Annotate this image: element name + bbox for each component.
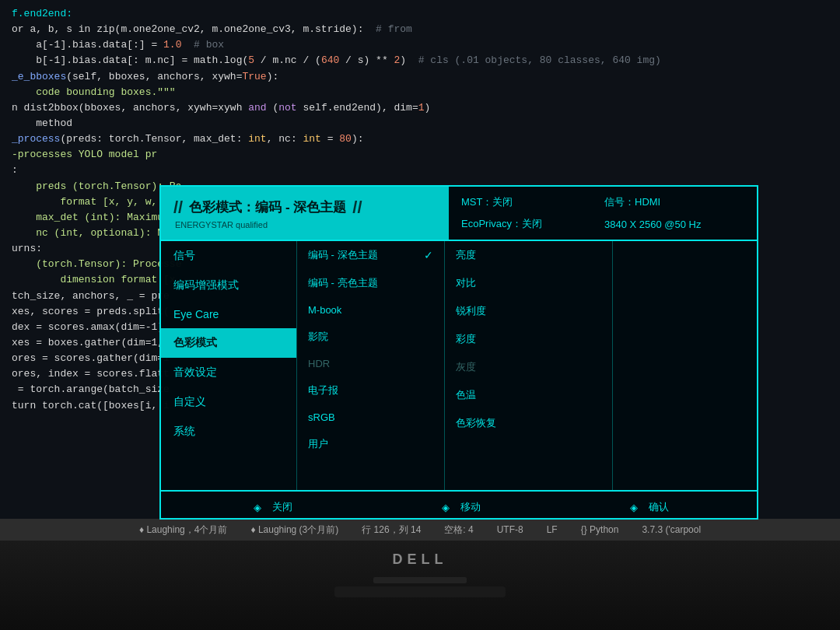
code-line: -processes YOLO model pr — [12, 147, 828, 163]
status-item-2: 行 126，列 14 — [362, 523, 421, 537]
code-line: _process(preds: torch.Tensor, max_det: i… — [12, 131, 828, 147]
osd-submenu-item-0[interactable]: 编码 - 深色主题✓ — [297, 241, 444, 269]
monitor-screen: f.end2end:or a, b, s in zip(m.one2one_cv… — [0, 0, 840, 541]
code-line: or a, b, s in zip(m.one2one_cv2, m.one2o… — [12, 22, 828, 37]
osd-menu-item-1[interactable]: 编码增强模式 — [161, 271, 296, 300]
osd-info-eco: EcoPrivacy：关闭 — [461, 215, 601, 233]
osd-info-resolution-label: 3840 X 2560 @50 Hz — [604, 219, 702, 230]
monitor-stand-top — [373, 577, 467, 583]
osd-extra-column — [613, 241, 757, 490]
osd-slash-left: // — [173, 198, 183, 218]
osd-slash-right: // — [352, 198, 362, 218]
status-item-7: 3.7.3 ('carpool — [642, 524, 701, 535]
osd-submenu-item-2[interactable]: M-book — [297, 297, 444, 323]
osd-menu-item-3[interactable]: 色彩模式 — [161, 328, 296, 358]
osd-footer-confirm-label: 确认 — [649, 500, 669, 514]
osd-submenu-label-2: M-book — [308, 304, 341, 316]
osd-submenu-label-7: 用户 — [308, 437, 328, 451]
osd-value-item-6: 色彩恢复 — [445, 409, 612, 437]
osd-submenu-item-3[interactable]: 影院 — [297, 323, 444, 351]
code-line: : — [12, 163, 828, 178]
osd-header-title: 色彩模式：编码 - 深色主题 — [189, 198, 346, 216]
osd-submenu-label-4: HDR — [308, 358, 330, 369]
osd-value-item-2: 锐利度 — [445, 297, 612, 325]
status-item-3: 空格: 4 — [444, 523, 473, 537]
nav-move-icon: ◈ — [437, 499, 454, 516]
osd-body: 信号编码增强模式Eye Care色彩模式音效设定自定义系统 编码 - 深色主题✓… — [161, 241, 757, 490]
status-item-5: LF — [547, 524, 558, 535]
osd-header-title-row: // 色彩模式：编码 - 深色主题 // — [173, 198, 436, 218]
osd-footer-close-label: 关闭 — [272, 500, 292, 514]
osd-value-item-0: 亮度 — [445, 241, 612, 269]
code-line: b[-1].bias.data[: m.nc] = math.log(5 / m… — [12, 53, 828, 68]
osd-value-item-4: 灰度 — [445, 353, 612, 381]
osd-submenu-item-7[interactable]: 用户 — [297, 430, 444, 458]
code-line: method — [12, 116, 828, 131]
nav-close-icon: ◈ — [249, 499, 266, 516]
osd-submenu-label-5: 电子报 — [308, 383, 338, 397]
osd-info-mst-label: MST：关闭 — [461, 195, 513, 209]
osd-check-icon: ✓ — [424, 249, 433, 261]
osd-menu-item-2[interactable]: Eye Care — [161, 300, 296, 328]
osd-header-left: // 色彩模式：编码 - 深色主题 // ENERGYSTAR qualifie… — [161, 187, 449, 240]
osd-submenu-item-4[interactable]: HDR — [297, 351, 444, 376]
osd-header: // 色彩模式：编码 - 深色主题 // ENERGYSTAR qualifie… — [161, 187, 757, 241]
osd-submenu-label-3: 影院 — [308, 330, 328, 344]
status-item-0: ♦ Laughing，4个月前 — [139, 523, 228, 537]
osd-submenu-label-6: sRGB — [308, 411, 335, 423]
osd-footer-move-label: 移动 — [460, 500, 481, 514]
status-item-1: ♦ Laughing (3个月前) — [250, 523, 338, 537]
osd-info-resolution: 3840 X 2560 @50 Hz — [604, 215, 744, 233]
osd-submenu-item-6[interactable]: sRGB — [297, 404, 444, 430]
osd-overlay: // 色彩模式：编码 - 深色主题 // ENERGYSTAR qualifie… — [159, 185, 758, 520]
code-line: code bounding boxes.""" — [12, 85, 828, 100]
nav-confirm-icon: ◈ — [625, 499, 642, 516]
osd-menu-item-4[interactable]: 音效设定 — [161, 358, 296, 387]
osd-footer: ◈ 关闭 ◈ 移动 ◈ 确认 — [161, 490, 757, 523]
osd-footer-confirm[interactable]: ◈ 确认 — [625, 499, 669, 516]
code-line: a[-1].bias.data[:] = 1.0 # box — [12, 37, 828, 53]
osd-value-item-5: 色温 — [445, 381, 612, 409]
osd-menu-item-6[interactable]: 系统 — [161, 417, 296, 446]
osd-menu-item-5[interactable]: 自定义 — [161, 387, 296, 417]
osd-value-item-3: 彩度 — [445, 325, 612, 353]
osd-submenu-label-1: 编码 - 亮色主题 — [308, 276, 378, 290]
osd-info-eco-label: EcoPrivacy：关闭 — [461, 217, 542, 231]
status-item-6: {} Python — [581, 524, 619, 535]
osd-values-column: 亮度对比锐利度彩度灰度色温色彩恢复 — [445, 241, 613, 490]
code-line: f.end2end: — [12, 6, 828, 22]
monitor-stand-base — [334, 586, 506, 597]
status-item-4: UTF-8 — [497, 524, 523, 535]
osd-submenu-label-0: 编码 - 深色主题 — [308, 248, 378, 262]
code-line: n dist2bbox(bboxes, anchors, xywh=xywh a… — [12, 100, 828, 116]
monitor-brand: DELL — [393, 551, 448, 568]
monitor-bezel: DELL — [0, 541, 840, 630]
osd-footer-move[interactable]: ◈ 移动 — [437, 499, 481, 516]
osd-info-signal: 信号：HDMI — [604, 193, 744, 212]
osd-header-subtitle: ENERGYSTAR qualified — [173, 220, 436, 229]
osd-info-signal-label: 信号：HDMI — [604, 195, 660, 209]
osd-submenu-column: 编码 - 深色主题✓编码 - 亮色主题M-book影院HDR电子报sRGB用户 — [297, 241, 445, 490]
osd-menu-column: 信号编码增强模式Eye Care色彩模式音效设定自定义系统 — [161, 241, 297, 490]
osd-submenu-item-1[interactable]: 编码 - 亮色主题 — [297, 269, 444, 297]
code-line: _e_bboxes(self, bboxes, anchors, xywh=Tr… — [12, 69, 828, 85]
osd-info-mst: MST：关闭 — [461, 193, 601, 212]
osd-value-item-1: 对比 — [445, 269, 612, 297]
osd-footer-close[interactable]: ◈ 关闭 — [249, 499, 292, 516]
osd-menu-item-0[interactable]: 信号 — [161, 241, 296, 271]
osd-submenu-item-5[interactable]: 电子报 — [297, 376, 444, 404]
osd-header-right: MST：关闭 信号：HDMI EcoPrivacy：关闭 3840 X 2560… — [449, 187, 757, 240]
